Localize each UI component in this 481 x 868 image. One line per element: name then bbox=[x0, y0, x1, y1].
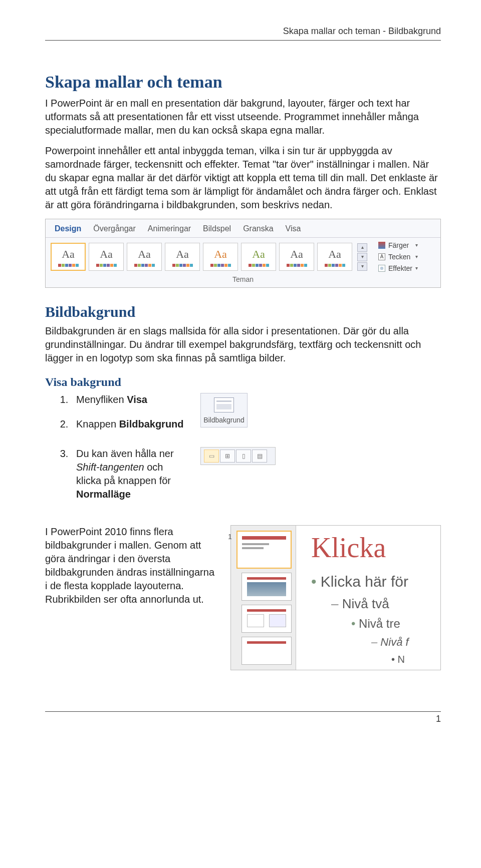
page-number: 1 bbox=[45, 713, 441, 725]
normal-view-button[interactable]: ▭ bbox=[204, 450, 219, 463]
reading-view-button[interactable]: ▯ bbox=[236, 450, 251, 463]
tab-animations[interactable]: Animeringar bbox=[148, 223, 191, 234]
ribbon-group-label: Teman bbox=[46, 274, 440, 287]
heading-3-visa: Visa bakgrund bbox=[45, 374, 441, 390]
slide-edit-area[interactable]: Klicka Klicka här för Nivå två Nivå tre … bbox=[296, 526, 440, 670]
menu-fonts[interactable]: ATecken▾ bbox=[378, 252, 418, 262]
slide-title-placeholder: Klicka bbox=[311, 534, 440, 562]
heading-2-bildbakgrund: Bildbakgrund bbox=[45, 302, 441, 322]
slide-level-1: Klicka här för bbox=[311, 572, 440, 592]
master-paragraph: I PowerPoint 2010 finns flera bildbakgru… bbox=[45, 525, 215, 606]
scroll-down-icon[interactable]: ▾ bbox=[357, 253, 367, 261]
slide-master-preview: 1 Klicka Klicka här för Nivå två Nivå tr… bbox=[230, 525, 441, 670]
ribbon-figure: Design Övergångar Animeringar Bildspel G… bbox=[45, 219, 441, 288]
theme-swatch-6[interactable]: Aa bbox=[241, 243, 276, 271]
effects-icon bbox=[378, 265, 385, 272]
ribbon-tabs: Design Övergångar Animeringar Bildspel G… bbox=[46, 219, 440, 238]
layout-thumb-3[interactable] bbox=[242, 605, 292, 633]
theme-swatch-4[interactable]: Aa bbox=[165, 243, 200, 271]
thumb-number: 1 bbox=[228, 532, 232, 542]
slideshow-view-button[interactable]: ▤ bbox=[252, 450, 267, 463]
tab-view[interactable]: Visa bbox=[286, 223, 301, 234]
menu-effects[interactable]: Effekter▾ bbox=[378, 264, 418, 273]
colors-icon bbox=[378, 242, 385, 249]
running-header: Skapa mallar och teman - Bildbakgrund bbox=[45, 25, 441, 37]
tab-review[interactable]: Granska bbox=[243, 223, 273, 234]
chevron-down-icon: ▾ bbox=[415, 265, 418, 272]
bildbakgrund-text: Bildbakgrunden är en slags mallsida för … bbox=[45, 324, 441, 365]
step-1: Menyfliken Visa bbox=[71, 393, 185, 406]
chevron-down-icon: ▾ bbox=[415, 242, 418, 249]
layout-thumb-4[interactable] bbox=[242, 637, 292, 665]
menu-colors[interactable]: Färger▾ bbox=[378, 241, 418, 250]
tab-design[interactable]: Design bbox=[55, 223, 81, 234]
steps-list: Menyfliken Visa Knappen Bildbakgrund bbox=[71, 393, 185, 431]
slide-level-2: Nivå två bbox=[311, 595, 440, 613]
slide-level-4: Nivå f bbox=[311, 635, 440, 650]
gallery-more-icon[interactable]: ▾ bbox=[357, 262, 367, 271]
steps-list-2: Du kan även hålla ner Shift-tangenten oc… bbox=[71, 447, 185, 501]
fonts-icon: A bbox=[378, 253, 385, 260]
bildbakgrund-label: Bildbakgrund bbox=[203, 415, 245, 425]
view-buttons-strip: ▭ ⊞ ▯ ▤ bbox=[200, 447, 276, 465]
theme-swatch-8[interactable]: Aa bbox=[317, 243, 352, 271]
sorter-view-button[interactable]: ⊞ bbox=[220, 450, 235, 463]
footer-rule bbox=[45, 711, 441, 712]
step-2: Knappen Bildbakgrund bbox=[71, 417, 185, 431]
slide-level-5: N bbox=[311, 653, 440, 666]
theme-gallery: Aa Aa Aa Aa Aa Aa Aa Aa ▴ ▾ ▾ Färger▾ AT… bbox=[46, 238, 440, 274]
heading-1: Skapa mallar och teman bbox=[45, 71, 441, 94]
layout-thumb-2[interactable] bbox=[242, 573, 292, 601]
intro-p2: Powerpoint innehåller ett antal inbyggda… bbox=[45, 144, 441, 212]
slide-level-3: Nivå tre bbox=[311, 616, 440, 632]
thumbnail-panel: 1 bbox=[231, 526, 296, 670]
header-rule bbox=[45, 40, 441, 41]
theme-swatch-1[interactable]: Aa bbox=[51, 243, 86, 271]
theme-swatch-7[interactable]: Aa bbox=[279, 243, 314, 271]
intro-p1: I PowerPoint är en mall en presentation … bbox=[45, 97, 441, 137]
bildbakgrund-button[interactable]: Bildbakgrund bbox=[200, 393, 248, 427]
theme-side-menu: Färger▾ ATecken▾ Effekter▾ bbox=[378, 241, 418, 273]
scroll-up-icon[interactable]: ▴ bbox=[357, 243, 367, 252]
theme-swatch-3[interactable]: Aa bbox=[127, 243, 162, 271]
theme-swatch-5[interactable]: Aa bbox=[203, 243, 238, 271]
chevron-down-icon: ▾ bbox=[415, 253, 418, 260]
tab-slideshow[interactable]: Bildspel bbox=[203, 223, 231, 234]
tab-transitions[interactable]: Övergångar bbox=[93, 223, 136, 234]
theme-swatch-2[interactable]: Aa bbox=[89, 243, 124, 271]
slide-master-icon bbox=[214, 397, 234, 412]
step-3: Du kan även hålla ner Shift-tangenten oc… bbox=[71, 447, 185, 501]
gallery-scroll[interactable]: ▴ ▾ ▾ bbox=[357, 243, 367, 271]
master-thumb-1[interactable]: 1 bbox=[236, 531, 292, 569]
